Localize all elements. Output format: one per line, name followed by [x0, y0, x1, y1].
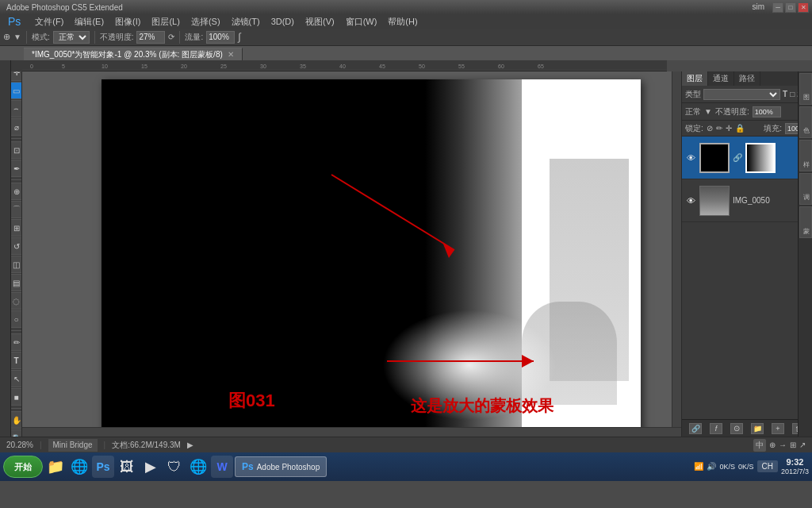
mode-label: 模式: [32, 32, 50, 43]
opacity-input[interactable] [136, 31, 165, 44]
link-layers-button[interactable]: 🔗 [689, 423, 702, 434]
svg-text:5: 5 [62, 64, 65, 69]
mode-expand-icon[interactable]: ▼ [704, 107, 712, 116]
layer-thumb-black [699, 143, 730, 173]
menu-item-layer[interactable]: 图层(L) [147, 15, 184, 29]
taskbar-icon-word[interactable]: W [211, 456, 233, 478]
close-button[interactable]: ✕ [798, 2, 809, 13]
canvas-area: 图031 这是放大的蒙板效果 [22, 71, 681, 437]
mini-panel-mask[interactable]: 蒙 [799, 206, 812, 238]
menu-item-image[interactable]: 图像(I) [110, 15, 145, 29]
taskbar-clock: 9:32 2012/7/3 [781, 456, 809, 477]
taskbar-icon-security[interactable]: 🛡 [163, 456, 186, 478]
lock-all[interactable]: 🔒 [735, 124, 745, 133]
canvas-content: 图031 这是放大的蒙板效果 [102, 79, 641, 437]
taskbar-icon-folder[interactable]: 📁 [44, 456, 67, 478]
layer-item-img0050[interactable]: 👁 IMG_0050 [682, 179, 812, 222]
username-label: sim [752, 2, 764, 13]
layer-thumb-photo [699, 186, 730, 216]
clock-time: 9:32 [781, 456, 809, 468]
panel-tabs: 图层 通道 路径 [682, 71, 812, 86]
panel-tab-channels[interactable]: 通道 [708, 71, 734, 86]
svg-text:0: 0 [30, 64, 33, 69]
taskbar-right: 📶 🔊 0K/S 0K/S CH 9:32 2012/7/3 [694, 456, 809, 477]
taskbar-lang-indicator[interactable]: CH [757, 460, 778, 472]
menu-item-window[interactable]: 窗口(W) [341, 15, 382, 29]
mini-panel-style[interactable]: 样 [799, 140, 812, 171]
opacity-value-input[interactable] [753, 106, 781, 117]
taskbar-icon-ie[interactable]: 🌐 [68, 456, 90, 478]
new-layer-button[interactable]: + [772, 423, 784, 434]
scrollbar-horizontal[interactable] [22, 427, 681, 437]
svg-text:30: 30 [260, 64, 266, 69]
taskbar-icon-media[interactable]: ▶ [140, 456, 162, 478]
ctrl-3: → [779, 441, 787, 449]
svg-text:60: 60 [498, 64, 504, 69]
taskbar-speed-dl: 0K/S [719, 463, 735, 471]
svg-text:65: 65 [538, 64, 544, 69]
taskbar-icon-photoshop2[interactable]: 🖼 [116, 456, 138, 478]
mini-bridge-label[interactable]: Mini Bridge [48, 439, 98, 452]
start-button[interactable]: 开始 [3, 456, 43, 478]
mode-select[interactable]: 正常 [53, 31, 90, 44]
layer-mask-thumb [745, 143, 776, 173]
ctrl-5: ↗ [799, 441, 806, 449]
icon-rect: □ [790, 90, 795, 98]
taskbar-app-ps[interactable]: Ps Adobe Photoshop [235, 456, 327, 477]
clock-date: 2012/7/3 [781, 468, 809, 477]
zoom-level: 20.28% [6, 441, 33, 449]
mini-panel-layers[interactable]: 图 [799, 73, 812, 105]
new-group-button[interactable]: 📁 [751, 423, 764, 434]
panel-tab-paths[interactable]: 路径 [734, 71, 760, 86]
statusbar-sep: | [40, 441, 42, 449]
menu-item-edit[interactable]: 编辑(E) [70, 15, 109, 29]
menu-item-select[interactable]: 选择(S) [186, 15, 225, 29]
separator-2 [94, 31, 95, 44]
menu-item-file[interactable]: 文件(F) [30, 15, 68, 29]
kind-select[interactable] [703, 89, 780, 100]
panel-tab-layers[interactable]: 图层 [682, 71, 708, 86]
svg-text:15: 15 [141, 64, 147, 69]
lock-position[interactable]: ✛ [726, 124, 732, 133]
status-bar: 20.28% | Mini Bridge | 文档:66.2M/149.3M ▶… [0, 437, 812, 452]
tab-close-icon[interactable]: ✕ [228, 50, 234, 59]
icon-t: T [783, 90, 787, 98]
main-area: ✛ ▭ ⌢ ⌀ ⊡ ✒ ⊕ ⌒ ⊞ ↺ ◫ ▤ ◌ ○ ✏ T ↖ ■ ✋ 🔍 [0, 60, 812, 437]
taskbar-icon-network[interactable]: 🌐 [187, 456, 209, 478]
panels-right: 图 色 样 调 蒙 图层 通道 路径 类型 T □ f ◎ 正常 ▼ 不透明度 [681, 71, 812, 437]
layer-item-mask[interactable]: 👁 🔗 [682, 137, 812, 179]
menu-item-filter[interactable]: 滤镜(T) [227, 15, 265, 29]
flow-input[interactable] [206, 31, 235, 44]
separator-3 [179, 31, 180, 44]
flow-label: 流量: [185, 32, 203, 43]
layer-panel-header2: 正常 ▼ 不透明度: [682, 103, 812, 121]
lock-transparency[interactable]: ⊘ [707, 124, 713, 133]
layer-visibility-img[interactable]: 👁 [685, 195, 696, 206]
annotation-effect: 这是放大的蒙板效果 [411, 395, 553, 417]
ctrl-4: ⊞ [790, 441, 796, 449]
separator-1 [26, 31, 27, 44]
statusbar-nav[interactable]: ▶ [187, 441, 193, 449]
lock-image[interactable]: ✏ [716, 124, 722, 133]
layer-visibility-mask[interactable]: 👁 [685, 152, 696, 164]
add-mask-button[interactable]: ⊙ [730, 423, 743, 434]
airbrush-icon: ∫ [238, 31, 241, 43]
minimize-button[interactable]: ─ [772, 2, 783, 13]
mini-panel-icons: 图 色 样 调 蒙 [798, 71, 812, 437]
svg-text:35: 35 [300, 64, 306, 69]
mini-panel-color[interactable]: 色 [799, 106, 812, 138]
canvas-controls: 中 ⊕ → ⊞ ↗ [753, 439, 806, 452]
scrollbar-vertical[interactable] [672, 71, 681, 427]
menu-item-help[interactable]: 帮助(H) [383, 15, 422, 29]
taskbar-speed-ul: 0K/S [738, 463, 754, 471]
document-tab[interactable]: *IMG_0050*为智能对象-1 @ 20.3% (副本: 图层蒙板/8) ✕ [24, 48, 243, 60]
network-status: 📶 [694, 462, 703, 471]
menu-item-3d[interactable]: 3D(D) [266, 16, 299, 27]
menu-item-view[interactable]: 视图(V) [301, 15, 339, 29]
mini-panel-adj[interactable]: 调 [799, 173, 812, 205]
document-tab-label: *IMG_0050*为智能对象-1 @ 20.3% (副本: 图层蒙板/8) [32, 49, 223, 60]
opacity-icon: ⟳ [168, 33, 174, 41]
maximize-button[interactable]: □ [785, 2, 796, 13]
add-style-button[interactable]: f [710, 423, 722, 434]
taskbar-icon-photoshop1[interactable]: Ps [92, 456, 114, 478]
